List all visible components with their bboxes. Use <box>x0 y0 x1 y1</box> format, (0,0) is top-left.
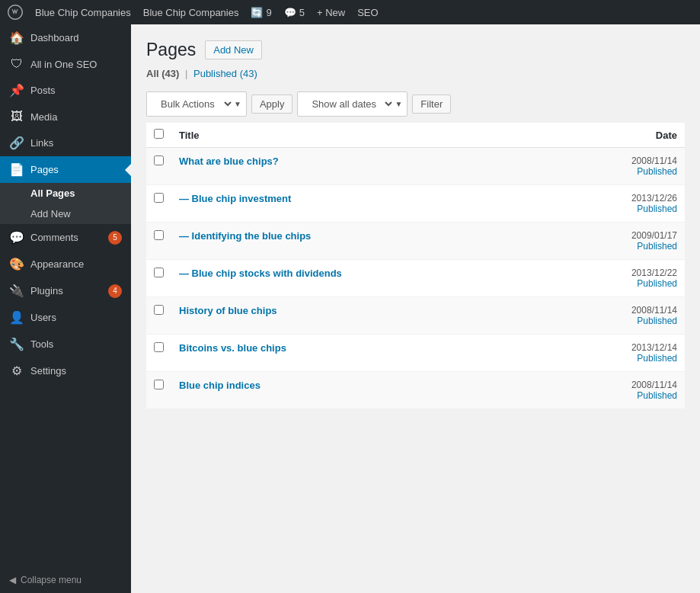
table-header-row: Title Date <box>146 123 685 148</box>
sidebar-item-appearance[interactable]: 🎨 Appearance <box>0 251 131 277</box>
select-all-checkbox[interactable] <box>154 129 164 139</box>
page-title-link[interactable]: — Identifying the blue chips <box>179 230 311 242</box>
page-title-link[interactable]: What are blue chips? <box>179 155 279 167</box>
filter-all[interactable]: All (43) <box>146 68 179 79</box>
comments-icon-sidebar: 💬 <box>9 230 24 245</box>
table-row: — Identifying the blue chips2009/01/17Pu… <box>146 223 685 260</box>
sidebar-item-settings[interactable]: ⚙ Settings <box>0 357 131 384</box>
appearance-icon: 🎨 <box>9 257 24 271</box>
col-date[interactable]: Date <box>586 123 685 148</box>
wp-logo[interactable] <box>8 5 23 20</box>
sidebar-sub-all-pages[interactable]: All Pages <box>0 183 131 204</box>
row-checkbox[interactable] <box>154 305 164 315</box>
date-value: 2013/12/22 <box>593 268 677 278</box>
dashboard-icon: 🏠 <box>9 30 24 45</box>
sidebar-item-posts[interactable]: 📌 Posts <box>0 77 131 104</box>
row-date: 2008/11/14Published <box>586 297 685 335</box>
main-content: Pages Add New All (43) | Published (43) … <box>131 24 700 593</box>
date-value: 2013/12/26 <box>593 193 677 204</box>
posts-icon: 📌 <box>9 83 24 98</box>
sidebar-label-users: Users <box>30 312 56 323</box>
sidebar-item-media[interactable]: 🖼 Media <box>0 104 131 130</box>
row-checkbox[interactable] <box>154 268 164 277</box>
sidebar-label-posts: Posts <box>30 85 56 96</box>
sidebar: 🏠 Dashboard 🛡 All in One SEO 📌 Posts 🖼 M… <box>0 24 131 593</box>
bulk-actions-select-wrap[interactable]: Bulk Actions ▼ <box>146 91 247 117</box>
date-value: 2008/11/14 <box>593 380 677 390</box>
date-status: Published <box>593 166 677 177</box>
users-icon: 👤 <box>9 310 24 325</box>
sidebar-label-plugins: Plugins <box>30 285 63 296</box>
row-checkbox[interactable] <box>154 230 164 240</box>
updates-icon[interactable]: 🔄 9 <box>251 7 271 18</box>
date-status: Published <box>593 204 677 214</box>
bulk-actions-dropdown-icon: ▼ <box>234 100 241 108</box>
new-menu[interactable]: + + NewNew <box>317 7 345 18</box>
row-checkbox[interactable] <box>154 155 164 165</box>
page-title-link[interactable]: — Blue chip investment <box>179 193 291 204</box>
admin-bar: Blue Chip Companies Blue Chip Companies … <box>0 0 700 24</box>
pages-table: Title Date What are blue chips?2008/11/1… <box>146 123 685 409</box>
filter-links: All (43) | Published (43) <box>146 68 685 79</box>
col-title[interactable]: Title <box>171 123 586 148</box>
sidebar-label-pages: Pages <box>30 164 59 175</box>
sidebar-item-users[interactable]: 👤 Users <box>0 304 131 331</box>
sidebar-item-seo[interactable]: 🛡 All in One SEO <box>0 51 131 77</box>
row-date: 2009/01/17Published <box>586 223 685 260</box>
date-filter-select[interactable]: Show all dates <box>302 95 395 114</box>
sidebar-item-plugins[interactable]: 🔌 Plugins 4 <box>0 277 131 304</box>
date-status: Published <box>593 278 677 289</box>
sidebar-label-appearance: Appearance <box>30 258 84 270</box>
media-icon: 🖼 <box>9 110 24 123</box>
sidebar-sub-add-new[interactable]: Add New <box>0 204 131 224</box>
sidebar-arrow <box>125 164 131 176</box>
apply-button[interactable]: Apply <box>251 95 293 114</box>
date-value: 2009/01/17 <box>593 230 677 241</box>
shield-icon: 🛡 <box>9 57 24 71</box>
row-date: 2008/11/14Published <box>586 372 685 409</box>
sidebar-item-comments[interactable]: 💬 Comments 5 <box>0 224 131 251</box>
seo-link[interactable]: SEO <box>357 7 378 18</box>
filter-button[interactable]: Filter <box>412 95 451 114</box>
date-filter-wrap[interactable]: Show all dates ▼ <box>297 91 408 117</box>
page-title-link[interactable]: — Blue chip stocks with dividends <box>179 268 342 279</box>
pages-submenu: All Pages Add New <box>0 183 131 224</box>
col-cb <box>146 123 171 148</box>
add-new-button[interactable]: Add New <box>205 40 262 59</box>
settings-icon: ⚙ <box>9 364 24 378</box>
sidebar-item-tools[interactable]: 🔧 Tools <box>0 331 131 357</box>
table-row: — Blue chip investment2013/12/26Publishe… <box>146 185 685 223</box>
site-name[interactable]: Blue Chip Companies <box>35 7 131 18</box>
comments-badge: 5 <box>108 231 122 245</box>
comments-icon-bar[interactable]: 💬 5 <box>284 7 305 18</box>
collapse-menu[interactable]: ◀ Collapse menu <box>0 567 131 593</box>
plugins-badge: 4 <box>108 284 122 298</box>
sidebar-item-pages[interactable]: 📄 Pages <box>0 156 131 183</box>
toolbar: Bulk Actions ▼ Apply Show all dates ▼ Fi… <box>146 85 685 123</box>
collapse-icon: ◀ <box>9 575 16 585</box>
row-checkbox[interactable] <box>154 193 164 203</box>
date-value: 2013/12/14 <box>593 342 677 353</box>
row-checkbox[interactable] <box>154 380 164 389</box>
page-title-link[interactable]: History of blue chips <box>179 305 277 316</box>
tools-icon: 🔧 <box>9 337 24 351</box>
sidebar-label-links: Links <box>30 137 53 149</box>
filter-published[interactable]: Published (43) <box>193 68 257 79</box>
table-row: — Blue chip stocks with dividends2013/12… <box>146 260 685 297</box>
page-title-link[interactable]: Bitcoins vs. blue chips <box>179 342 286 354</box>
table-row: Bitcoins vs. blue chips2013/12/14Publish… <box>146 335 685 372</box>
sidebar-item-dashboard[interactable]: 🏠 Dashboard <box>0 24 131 51</box>
sidebar-label-media: Media <box>30 111 57 123</box>
date-value: 2008/11/14 <box>593 155 677 166</box>
date-status: Published <box>593 390 677 401</box>
page-title-link[interactable]: Blue chip indices <box>179 380 261 391</box>
date-filter-dropdown-icon: ▼ <box>395 100 402 108</box>
row-date: 2013/12/22Published <box>586 260 685 297</box>
row-checkbox[interactable] <box>154 342 164 352</box>
row-date: 2013/12/14Published <box>586 335 685 372</box>
site-link[interactable]: Blue Chip Companies <box>143 7 239 18</box>
sidebar-item-links[interactable]: 🔗 Links <box>0 130 131 156</box>
plugins-icon: 🔌 <box>9 284 24 298</box>
sidebar-label-seo: All in One SEO <box>30 59 97 70</box>
bulk-actions-select[interactable]: Bulk Actions <box>152 95 234 114</box>
